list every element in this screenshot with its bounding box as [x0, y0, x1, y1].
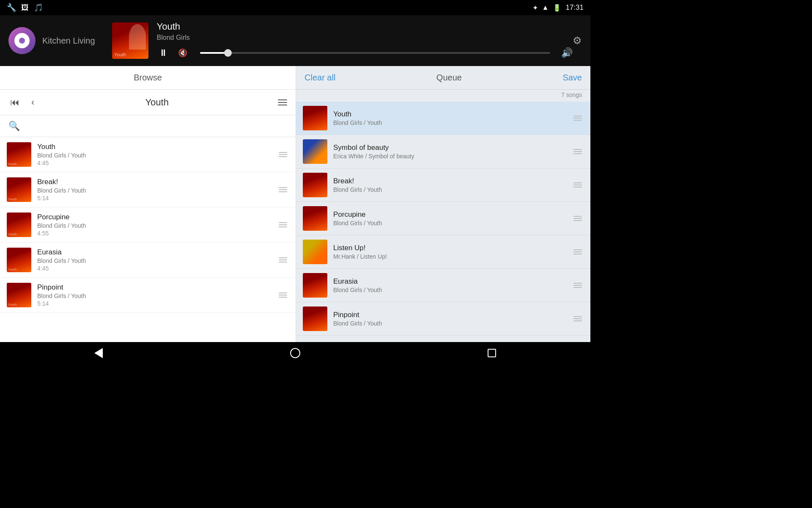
qhandle-line-1	[573, 283, 582, 284]
song-thumb: Youth	[7, 283, 31, 307]
song-duration: 4:45	[37, 265, 271, 272]
qhandle-line-1	[573, 216, 582, 217]
queue-panel: Clear all Queue Save 7 songs Youth Blond…	[296, 66, 590, 342]
qhandle-line-1	[573, 182, 582, 183]
queue-drag-handle[interactable]	[572, 315, 584, 323]
browse-song-item[interactable]: Youth Pinpoint Blond Girls / Youth 5:14	[0, 278, 296, 313]
clear-all-button[interactable]: Clear all	[304, 73, 335, 83]
image-icon: 🖼	[21, 3, 29, 12]
handle-line-3	[279, 226, 287, 227]
queue-item[interactable]: Pinpoint Blond Girls / Youth	[296, 302, 590, 336]
drag-handle[interactable]	[277, 291, 289, 299]
pause-button[interactable]: ⏸	[157, 46, 170, 60]
nav-back-button[interactable]: ‹	[28, 95, 38, 110]
queue-thumb	[303, 306, 327, 331]
search-bar: 🔍	[0, 115, 296, 137]
queue-drag-handle[interactable]	[572, 114, 584, 122]
home-button[interactable]	[278, 344, 312, 362]
queue-drag-handle[interactable]	[572, 214, 584, 223]
queue-info: Break! Blond Girls / Youth	[333, 177, 566, 193]
queue-item[interactable]: Eurasia Blond Girls / Youth	[296, 269, 590, 302]
browse-title: Browse	[134, 73, 162, 83]
qhandle-line-2	[573, 251, 582, 252]
now-playing-artist: Blond Girls	[157, 34, 573, 41]
queue-item[interactable]: Youth Blond Girls / Youth	[296, 102, 590, 135]
song-duration: 5:14	[37, 300, 271, 307]
room-label: Kitchen Living	[42, 36, 112, 46]
queue-info: Pinpoint Blond Girls / Youth	[333, 311, 566, 327]
queue-list: Youth Blond Girls / Youth Symbol of beau…	[296, 102, 590, 342]
drag-handle[interactable]	[277, 256, 289, 264]
browse-song-item[interactable]: Youth Porcupine Blond Girls / Youth 4:55	[0, 207, 296, 243]
qhandle-line-3	[573, 320, 582, 321]
song-info: Youth Blond Girls / Youth 4:45	[37, 143, 271, 166]
queue-song-name: Listen Up!	[333, 244, 566, 252]
browse-song-item[interactable]: Youth Youth Blond Girls / Youth 4:45	[0, 137, 296, 172]
browse-nav-title: Youth	[43, 97, 271, 108]
song-name: Porcupine	[37, 213, 271, 221]
queue-drag-handle[interactable]	[572, 181, 584, 189]
queue-item[interactable]: Porcupine Blond Girls / Youth	[296, 202, 590, 235]
app-logo	[8, 27, 36, 54]
wifi-icon: ▲	[542, 4, 549, 11]
song-name: Pinpoint	[37, 283, 271, 292]
queue-drag-handle[interactable]	[572, 147, 584, 156]
handle-line-2	[279, 189, 287, 190]
song-thumb: Youth	[7, 177, 31, 202]
queue-item[interactable]: Symbol of beauty Erica White / Symbol of…	[296, 135, 590, 168]
queue-drag-handle[interactable]	[572, 281, 584, 290]
queue-drag-handle[interactable]	[572, 248, 584, 256]
song-artist: Blond Girls / Youth	[37, 293, 271, 299]
settings-button[interactable]: ⚙	[573, 35, 582, 47]
drag-handle[interactable]	[277, 150, 289, 159]
art-text: Youth	[114, 52, 126, 57]
qhandle-line-3	[573, 220, 582, 221]
now-playing-info: Youth Blond Girls ⏸ 🔇 🔊	[157, 21, 573, 60]
mute-button[interactable]: 🔇	[176, 47, 189, 59]
search-input[interactable]	[23, 121, 287, 130]
art-figure	[129, 24, 146, 50]
queue-song-sub: Blond Girls / Youth	[333, 287, 566, 293]
back-button[interactable]	[82, 344, 115, 362]
nav-bar	[0, 342, 590, 364]
song-name: Youth	[37, 143, 271, 151]
battery-icon: 🔋	[553, 4, 561, 12]
progress-bar[interactable]	[200, 52, 550, 54]
qhandle-line-2	[573, 285, 582, 286]
qhandle-line-2	[573, 151, 582, 152]
save-button[interactable]: Save	[562, 73, 582, 83]
queue-song-name: Symbol of beauty	[333, 144, 566, 152]
qhandle-line-3	[573, 153, 582, 154]
queue-song-name: Eurasia	[333, 277, 566, 286]
menu-line-3	[278, 105, 287, 105]
qhandle-line-3	[573, 187, 582, 188]
bluetooth-icon: ✦	[532, 4, 538, 12]
song-name: Break!	[37, 178, 271, 186]
browse-menu-button[interactable]	[276, 98, 289, 107]
recents-button[interactable]	[475, 344, 509, 362]
browse-song-item[interactable]: Youth Eurasia Blond Girls / Youth 4:45	[0, 243, 296, 278]
queue-item[interactable]: Break! Blond Girls / Youth	[296, 168, 590, 202]
browse-song-item[interactable]: Youth Break! Blond Girls / Youth 5:14	[0, 172, 296, 207]
player-controls: ⏸ 🔇 🔊	[157, 46, 573, 60]
nav-skip-back-button[interactable]: ⏮	[7, 95, 23, 110]
handle-line-2	[279, 224, 287, 225]
song-info: Pinpoint Blond Girls / Youth 5:14	[37, 283, 271, 307]
queue-title: Queue	[335, 73, 562, 83]
qhandle-line-2	[573, 185, 582, 185]
queue-item[interactable]: Listen Up! Mr.Hank / Listen Up!	[296, 235, 590, 269]
menu-line-2	[278, 102, 287, 103]
drag-handle[interactable]	[277, 185, 289, 194]
handle-line-1	[279, 293, 287, 293]
wrench-icon: 🔧	[7, 3, 16, 12]
handle-line-1	[279, 152, 287, 153]
drag-handle[interactable]	[277, 221, 289, 229]
thumb-text: Youth	[8, 232, 16, 236]
queue-song-sub: Mr.Hank / Listen Up!	[333, 253, 566, 260]
search-icon: 🔍	[8, 121, 20, 132]
song-duration: 5:14	[37, 195, 271, 202]
qhandle-line-1	[573, 316, 582, 317]
handle-line-3	[279, 191, 287, 192]
song-artist: Blond Girls / Youth	[37, 187, 271, 194]
qhandle-line-1	[573, 116, 582, 116]
